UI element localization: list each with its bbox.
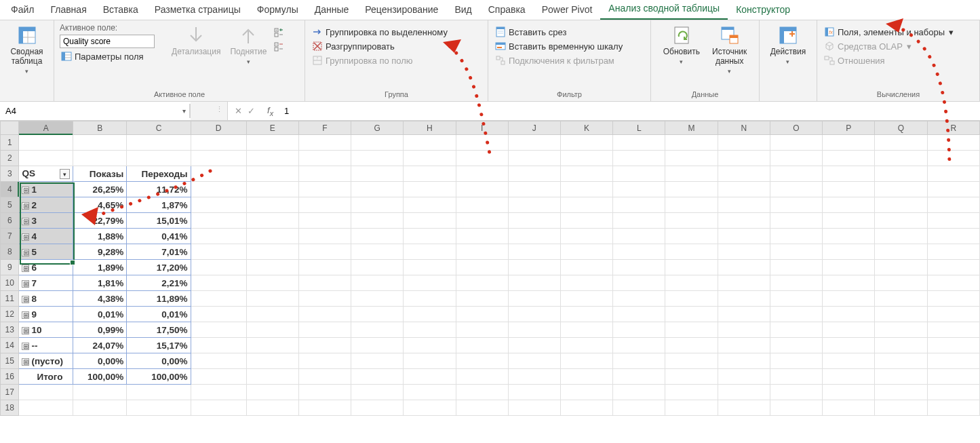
cell[interactable] xyxy=(560,151,612,166)
row-header[interactable]: 7 xyxy=(1,229,19,244)
cell[interactable] xyxy=(508,275,560,291)
cell[interactable] xyxy=(19,385,73,400)
cell[interactable] xyxy=(875,338,927,353)
row-header[interactable]: 11 xyxy=(1,291,19,307)
cell[interactable] xyxy=(298,353,351,369)
cell[interactable] xyxy=(246,135,298,151)
cell[interactable] xyxy=(770,182,822,197)
row-header[interactable]: 14 xyxy=(1,338,19,353)
name-box[interactable] xyxy=(0,104,190,118)
column-header[interactable]: J xyxy=(508,121,560,135)
cell[interactable] xyxy=(927,229,979,244)
column-header[interactable]: R xyxy=(927,121,979,135)
cell[interactable] xyxy=(191,307,246,322)
cell[interactable] xyxy=(823,275,875,291)
cell[interactable] xyxy=(560,197,612,213)
cell[interactable]: 1,88% xyxy=(73,229,127,244)
cell[interactable] xyxy=(875,291,927,307)
cell[interactable] xyxy=(823,166,875,182)
row-header[interactable]: 5 xyxy=(1,197,19,213)
cell[interactable] xyxy=(770,260,822,275)
filter-dropdown-icon[interactable]: ▾ xyxy=(60,169,70,179)
cell[interactable] xyxy=(927,244,979,260)
cell[interactable] xyxy=(875,369,927,385)
column-header[interactable]: I xyxy=(456,121,508,135)
cell[interactable] xyxy=(665,353,718,369)
cell[interactable] xyxy=(770,151,822,166)
cell[interactable] xyxy=(927,322,979,338)
cell[interactable] xyxy=(404,166,456,182)
cell[interactable]: ⊞2 xyxy=(19,197,73,213)
row-header[interactable]: 17 xyxy=(1,385,19,400)
cell[interactable] xyxy=(823,151,875,166)
cell[interactable] xyxy=(560,275,612,291)
cell[interactable] xyxy=(560,260,612,275)
cell[interactable] xyxy=(456,197,508,213)
cell[interactable] xyxy=(191,213,246,229)
row-header[interactable]: 15 xyxy=(1,353,19,369)
cancel-formula-icon[interactable]: ✕ xyxy=(235,106,242,116)
cell[interactable]: ⊞3 xyxy=(19,213,73,229)
column-header[interactable]: K xyxy=(560,121,612,135)
cell[interactable] xyxy=(456,338,508,353)
cell[interactable] xyxy=(19,400,73,416)
cell[interactable] xyxy=(770,338,822,353)
active-field-input[interactable] xyxy=(60,35,155,48)
tab-view[interactable]: Вид xyxy=(446,1,479,20)
cell[interactable] xyxy=(508,229,560,244)
cell[interactable] xyxy=(351,182,404,197)
cell[interactable] xyxy=(191,260,246,275)
cell[interactable]: Показы xyxy=(73,166,127,182)
pivot-table-button[interactable]: Сводная таблица ▾ xyxy=(7,23,45,76)
cell[interactable] xyxy=(351,369,404,385)
cell[interactable] xyxy=(191,151,246,166)
row-header[interactable]: 1 xyxy=(1,135,19,151)
cell[interactable] xyxy=(508,213,560,229)
cell[interactable] xyxy=(927,166,979,182)
cell[interactable] xyxy=(456,353,508,369)
accept-formula-icon[interactable]: ✓ xyxy=(248,106,255,116)
cell[interactable]: 0,00% xyxy=(127,353,191,369)
cell[interactable] xyxy=(770,197,822,213)
cell[interactable] xyxy=(770,166,822,182)
cell[interactable]: 0,01% xyxy=(73,307,127,322)
cell[interactable] xyxy=(770,229,822,244)
expand-icon[interactable]: ⊞ xyxy=(22,202,29,210)
cell[interactable] xyxy=(246,275,298,291)
cell[interactable] xyxy=(875,322,927,338)
cell[interactable] xyxy=(665,166,718,182)
cell[interactable]: 0,41% xyxy=(127,229,191,244)
cell[interactable] xyxy=(73,151,127,166)
cell[interactable] xyxy=(613,307,665,322)
cell[interactable] xyxy=(351,291,404,307)
cell[interactable] xyxy=(718,291,770,307)
cell[interactable] xyxy=(404,197,456,213)
cell[interactable] xyxy=(404,322,456,338)
column-header[interactable]: B xyxy=(73,121,127,135)
cell[interactable]: ⊞7 xyxy=(19,275,73,291)
cell[interactable] xyxy=(191,369,246,385)
cell[interactable] xyxy=(191,291,246,307)
cell[interactable]: 4,65% xyxy=(73,197,127,213)
cell[interactable] xyxy=(927,182,979,197)
cell[interactable] xyxy=(351,244,404,260)
cell[interactable] xyxy=(508,197,560,213)
row-header[interactable]: 18 xyxy=(1,400,19,416)
cell[interactable] xyxy=(927,275,979,291)
actions-button[interactable]: Действия ▾ xyxy=(768,23,809,66)
cell[interactable] xyxy=(823,135,875,151)
cell[interactable] xyxy=(823,322,875,338)
cell[interactable] xyxy=(456,260,508,275)
cell[interactable] xyxy=(823,182,875,197)
cell[interactable] xyxy=(456,307,508,322)
cell[interactable] xyxy=(246,166,298,182)
cell[interactable] xyxy=(351,353,404,369)
cell[interactable] xyxy=(191,400,246,416)
cell[interactable] xyxy=(665,322,718,338)
cell[interactable] xyxy=(246,400,298,416)
tab-data[interactable]: Данные xyxy=(307,1,357,20)
cell[interactable]: 24,07% xyxy=(73,338,127,353)
cell[interactable] xyxy=(927,353,979,369)
cell[interactable] xyxy=(823,353,875,369)
cell[interactable] xyxy=(508,338,560,353)
